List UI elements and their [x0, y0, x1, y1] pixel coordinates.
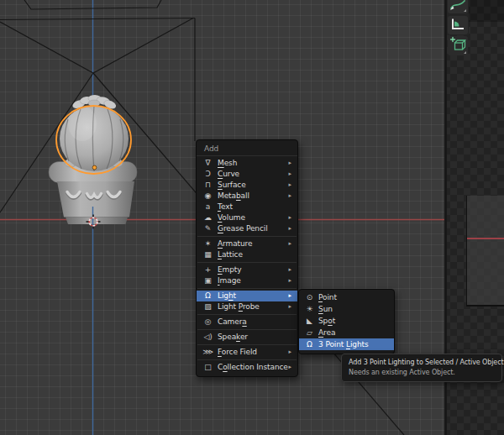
menu-item-grease-pencil[interactable]: ✎Grease Pencil▸	[197, 223, 297, 234]
menu-item-camera[interactable]: ◎Camera	[197, 317, 297, 328]
submenu-arrow-icon: ▸	[289, 301, 291, 312]
blender-window: Add ∇Mesh▸ƆCurve▸⊓Surface▸◉Metaball▸aTex…	[0, 0, 504, 435]
camera-icon: ◎	[202, 317, 213, 328]
light-sun-icon: ☀	[305, 304, 314, 315]
menu-item-empty[interactable]: +Empty▸	[197, 265, 297, 275]
grease-pencil-icon: ✎	[202, 223, 213, 234]
menu-item-label: Speaker	[218, 332, 248, 343]
menu-item-sun[interactable]: ☀Sun	[299, 303, 394, 315]
submenu-arrow-icon: ▸	[289, 180, 291, 191]
collection-instance-icon: □	[202, 362, 213, 373]
submenu-arrow-icon: ▸	[289, 191, 291, 202]
menu-item-volume[interactable]: ☁Volume▸	[197, 212, 297, 223]
curve-icon: Ɔ	[202, 169, 213, 180]
menu-item-label: Empty	[218, 265, 242, 275]
menu-item-label: Sun	[318, 304, 333, 315]
empty-icon: +	[202, 265, 213, 275]
menu-item-armature[interactable]: ✶Armature▸	[197, 238, 297, 249]
top-right-band	[469, 0, 504, 22]
menu-item-surface[interactable]: ⊓Surface▸	[197, 180, 297, 191]
side-viewport-panel	[466, 196, 504, 307]
lattice-icon: ▦	[202, 249, 213, 260]
menu-item-label: Light	[218, 291, 236, 301]
submenu-arrow-icon: ▸	[289, 158, 291, 169]
menu-item-label: Surface	[218, 180, 246, 191]
menu-item-collection-instance[interactable]: □Collection Instance▸	[197, 362, 297, 373]
menu-item-label: Grease Pencil	[218, 223, 268, 234]
metaball-icon: ◉	[202, 191, 213, 202]
object-origin-dot	[92, 165, 97, 170]
menu-item-label: 3 Point Lights	[318, 339, 369, 350]
submenu-arrow-icon: ▸	[289, 275, 291, 286]
volume-icon: ☁	[202, 212, 213, 223]
menu-item-label: Lattice	[218, 249, 243, 260]
menu-item-curve[interactable]: ƆCurve▸	[197, 169, 297, 180]
menu-item-label: Point	[318, 292, 337, 303]
submenu-arrow-icon: ▸	[289, 291, 291, 301]
submenu-arrow-icon: ▸	[289, 265, 291, 275]
menu-item-force-field[interactable]: ⋙Force Field▸	[197, 347, 297, 358]
menu-item-label: Collection Instance	[218, 362, 288, 373]
menu-item-label: Image	[218, 275, 241, 286]
speaker-icon: ◁)	[202, 332, 213, 343]
side-panel-x-axis-line	[467, 238, 504, 239]
submenu-arrow-icon: ▸	[289, 223, 291, 234]
menu-item-label: Mesh	[218, 158, 237, 169]
measure-tool-button[interactable]	[448, 16, 468, 34]
tooltip-note: Needs an existing Active Object.	[349, 368, 495, 378]
add-cube-icon	[449, 36, 467, 54]
light-submenu: ⊙Point☀Sun◣Spot▱AreaΩ3 Point Lights	[298, 289, 395, 354]
light-area-icon: ▱	[305, 328, 314, 338]
surface-icon: ⊓	[202, 180, 213, 191]
menu-item-area[interactable]: ▱Area	[299, 327, 394, 338]
menu-item-text[interactable]: aText	[197, 202, 297, 212]
image-icon: ▣	[202, 275, 213, 286]
menu-item-light-probe[interactable]: ▨Light Probe▸	[197, 301, 297, 312]
light-point-icon: ⊙	[305, 292, 314, 303]
menu-item-label: Metaball	[218, 191, 249, 202]
menu-item-speaker[interactable]: ◁)Speaker	[197, 332, 297, 343]
light-icon: Ω	[202, 291, 213, 301]
armature-icon: ✶	[202, 238, 213, 249]
menu-item-label: Light Probe	[218, 301, 260, 312]
submenu-arrow-icon: ▸	[289, 362, 291, 373]
tooltip-title: Add 3 Point Lighting to Selected / Activ…	[349, 358, 495, 368]
menu-item-label: Spot	[318, 316, 335, 327]
menu-item-label: Camera	[218, 317, 247, 328]
mesh-icon: ∇	[202, 158, 213, 169]
light-probe-icon: ▨	[202, 301, 213, 312]
menu-item-metaball[interactable]: ◉Metaball▸	[197, 191, 297, 202]
submenu-arrow-icon: ▸	[289, 238, 291, 249]
light-bulb-icon: Ω	[305, 339, 314, 350]
menu-item-lattice[interactable]: ▦Lattice	[197, 249, 297, 260]
menu-item-mesh[interactable]: ∇Mesh▸	[197, 158, 297, 169]
annotate-icon	[449, 0, 467, 12]
menu-item-image[interactable]: ▣Image▸	[197, 275, 297, 286]
force-field-icon: ⋙	[202, 347, 213, 358]
tooltip: Add 3 Point Lighting to Selected / Activ…	[341, 354, 502, 382]
menu-item-label: Force Field	[218, 347, 257, 358]
menu-item-label: Volume	[218, 212, 245, 223]
menu-item-label: Armature	[218, 238, 252, 249]
submenu-arrow-icon: ▸	[289, 347, 291, 358]
submenu-arrow-icon: ▸	[289, 169, 291, 180]
menu-item-label: Area	[318, 328, 335, 338]
add-menu: Add ∇Mesh▸ƆCurve▸⊓Surface▸◉Metaball▸aTex…	[196, 139, 298, 377]
menu-item-point[interactable]: ⊙Point	[299, 291, 394, 303]
annotate-tool-button[interactable]	[448, 0, 468, 13]
submenu-arrow-icon: ▸	[289, 212, 291, 223]
menu-item-spot[interactable]: ◣Spot	[299, 315, 394, 327]
menu-item-3-point-lights[interactable]: Ω3 Point Lights	[299, 338, 394, 350]
menu-item-label: Text	[218, 202, 233, 212]
menu-item-light[interactable]: ΩLight▸	[197, 291, 297, 301]
light-spot-icon: ◣	[305, 316, 314, 327]
add-cube-tool-button[interactable]	[448, 36, 468, 55]
add-menu-title: Add	[197, 142, 297, 156]
measure-icon	[449, 16, 467, 33]
text-icon: a	[202, 202, 213, 212]
menu-item-label: Curve	[218, 169, 239, 180]
